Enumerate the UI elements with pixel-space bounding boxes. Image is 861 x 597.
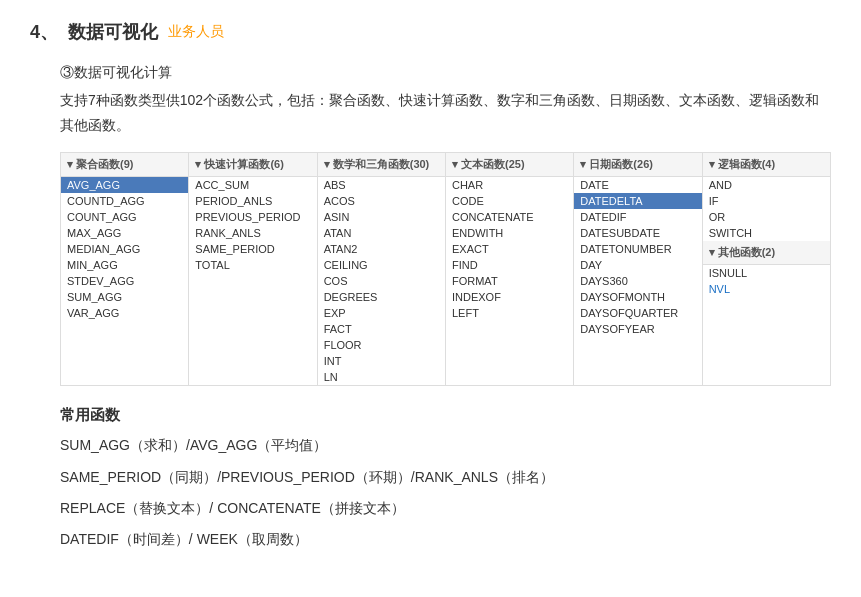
- func-col-header-0: ▾ 聚合函数(9): [61, 153, 188, 177]
- func-item[interactable]: TOTAL: [189, 257, 316, 273]
- func-item[interactable]: STDEV_AGG: [61, 273, 188, 289]
- func-item[interactable]: DATE: [574, 177, 701, 193]
- func-col-5: ▾ 逻辑函数(4)ANDIFORSWITCH▾ 其他函数(2)ISNULLNVL: [703, 153, 830, 385]
- func-col-header-2: ▾ 数学和三角函数(30): [318, 153, 445, 177]
- func-item[interactable]: COUNT_AGG: [61, 209, 188, 225]
- func-item[interactable]: OR: [703, 209, 830, 225]
- page-subtitle: 业务人员: [168, 23, 224, 41]
- func-col-2: ▾ 数学和三角函数(30)ABSACOSASINATANATAN2CEILING…: [318, 153, 446, 385]
- func-item[interactable]: AVG_AGG: [61, 177, 188, 193]
- func-item[interactable]: NVL: [703, 281, 830, 297]
- func-item[interactable]: CODE: [446, 193, 573, 209]
- func-item[interactable]: EXACT: [446, 241, 573, 257]
- func-item[interactable]: CEILING: [318, 257, 445, 273]
- func-item[interactable]: SUM_AGG: [61, 289, 188, 305]
- func-item[interactable]: LN: [318, 369, 445, 385]
- func-item[interactable]: DATETONUMBER: [574, 241, 701, 257]
- common-line-2: REPLACE（替换文本）/ CONCATENATE（拼接文本）: [60, 496, 831, 521]
- func-col-other-header-5: ▾ 其他函数(2): [703, 241, 830, 265]
- func-col-3: ▾ 文本函数(25)CHARCODECONCATENATEENDWITHEXAC…: [446, 153, 574, 385]
- section-desc: 支持7种函数类型供102个函数公式，包括：聚合函数、快速计算函数、数字和三角函数…: [60, 88, 831, 138]
- func-item[interactable]: FLOOR: [318, 337, 445, 353]
- func-item[interactable]: DAYSOFYEAR: [574, 321, 701, 337]
- func-item[interactable]: DATEDELTA: [574, 193, 701, 209]
- section-body: ③数据可视化计算 支持7种函数类型供102个函数公式，包括：聚合函数、快速计算函…: [60, 64, 831, 552]
- func-item[interactable]: FIND: [446, 257, 573, 273]
- common-title: 常用函数: [60, 406, 831, 425]
- func-item[interactable]: MIN_AGG: [61, 257, 188, 273]
- func-item[interactable]: MEDIAN_AGG: [61, 241, 188, 257]
- func-item[interactable]: CONCATENATE: [446, 209, 573, 225]
- func-col-header-3: ▾ 文本函数(25): [446, 153, 573, 177]
- func-item[interactable]: EXP: [318, 305, 445, 321]
- common-line-0: SUM_AGG（求和）/AVG_AGG（平均值）: [60, 433, 831, 458]
- func-col-0: ▾ 聚合函数(9)AVG_AGGCOUNTD_AGGCOUNT_AGGMAX_A…: [61, 153, 189, 385]
- func-item[interactable]: PREVIOUS_PERIOD: [189, 209, 316, 225]
- section-step: ③数据可视化计算: [60, 64, 831, 82]
- func-item[interactable]: ACOS: [318, 193, 445, 209]
- func-item[interactable]: LEFT: [446, 305, 573, 321]
- func-item[interactable]: CHAR: [446, 177, 573, 193]
- common-section: 常用函数 SUM_AGG（求和）/AVG_AGG（平均值）SAME_PERIOD…: [60, 406, 831, 552]
- func-item[interactable]: ISNULL: [703, 265, 830, 281]
- func-item[interactable]: ABS: [318, 177, 445, 193]
- page-header: 4、 数据可视化 业务人员: [30, 20, 831, 44]
- func-item[interactable]: MAX_AGG: [61, 225, 188, 241]
- page-main-title: 数据可视化: [68, 20, 158, 44]
- func-item[interactable]: IF: [703, 193, 830, 209]
- func-item[interactable]: ENDWITH: [446, 225, 573, 241]
- func-item[interactable]: DAYSOFQUARTER: [574, 305, 701, 321]
- func-item[interactable]: DATESUBDATE: [574, 225, 701, 241]
- func-item[interactable]: VAR_AGG: [61, 305, 188, 321]
- function-table: ▾ 聚合函数(9)AVG_AGGCOUNTD_AGGCOUNT_AGGMAX_A…: [60, 152, 831, 386]
- func-item[interactable]: SAME_PERIOD: [189, 241, 316, 257]
- func-item[interactable]: DAYSOFMONTH: [574, 289, 701, 305]
- func-item[interactable]: COS: [318, 273, 445, 289]
- func-item[interactable]: INDEXOF: [446, 289, 573, 305]
- func-col-header-1: ▾ 快速计算函数(6): [189, 153, 316, 177]
- func-item[interactable]: AND: [703, 177, 830, 193]
- func-item[interactable]: ACC_SUM: [189, 177, 316, 193]
- page-title: 4、: [30, 20, 58, 44]
- func-item[interactable]: FORMAT: [446, 273, 573, 289]
- func-item[interactable]: SWITCH: [703, 225, 830, 241]
- func-item[interactable]: COUNTD_AGG: [61, 193, 188, 209]
- func-col-1: ▾ 快速计算函数(6)ACC_SUMPERIOD_ANLSPREVIOUS_PE…: [189, 153, 317, 385]
- func-item[interactable]: DAYS360: [574, 273, 701, 289]
- func-item[interactable]: INT: [318, 353, 445, 369]
- func-item[interactable]: DEGREES: [318, 289, 445, 305]
- common-line-3: DATEDIF（时间差）/ WEEK（取周数）: [60, 527, 831, 552]
- func-item[interactable]: RANK_ANLS: [189, 225, 316, 241]
- func-col-header-5: ▾ 逻辑函数(4): [703, 153, 830, 177]
- func-item[interactable]: DATEDIF: [574, 209, 701, 225]
- func-item[interactable]: ATAN: [318, 225, 445, 241]
- func-item[interactable]: FACT: [318, 321, 445, 337]
- common-line-1: SAME_PERIOD（同期）/PREVIOUS_PERIOD（环期）/RANK…: [60, 465, 831, 490]
- func-item[interactable]: DAY: [574, 257, 701, 273]
- func-item[interactable]: PERIOD_ANLS: [189, 193, 316, 209]
- func-col-header-4: ▾ 日期函数(26): [574, 153, 701, 177]
- func-col-4: ▾ 日期函数(26)DATEDATEDELTADATEDIFDATESUBDAT…: [574, 153, 702, 385]
- func-item[interactable]: ASIN: [318, 209, 445, 225]
- func-item[interactable]: ATAN2: [318, 241, 445, 257]
